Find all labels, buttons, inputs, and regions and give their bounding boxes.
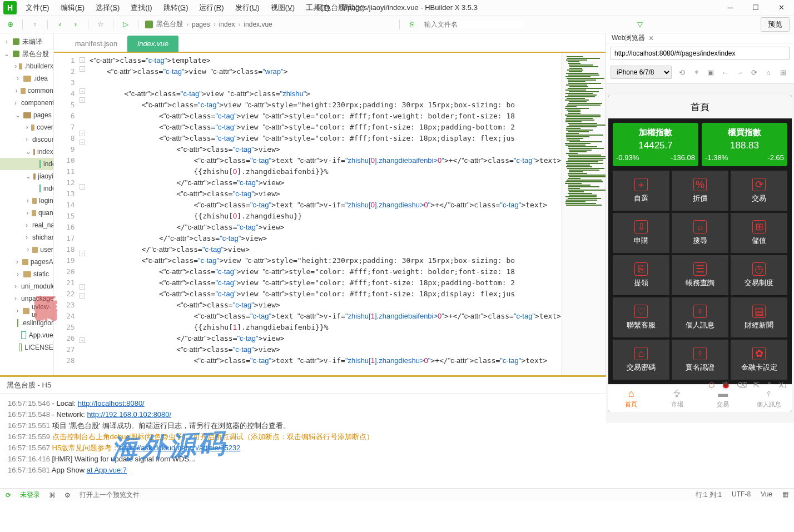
code-editor[interactable]: <"c-attr">class="c-tag">template> <"c-at… [86, 53, 561, 375]
menu-item[interactable]: 视图(V) [265, 1, 300, 15]
menu-item[interactable]: 跳转(G) [158, 1, 194, 15]
menu-item[interactable]: 编辑(E) [55, 1, 90, 15]
grid-item[interactable]: ♀實名認證 [672, 340, 728, 380]
close-console-icon[interactable]: X↓ [779, 381, 787, 389]
console-link[interactable]: at App.vue:7 [87, 466, 127, 474]
status-extra-icon[interactable]: ▦ [782, 490, 788, 500]
tree-item[interactable]: ›user [0, 243, 53, 256]
panel-icon[interactable]: ▣ [706, 68, 715, 77]
menu-item[interactable]: 选择(S) [90, 1, 125, 15]
tree-item[interactable]: .eslintignore [0, 317, 53, 329]
grid-icon[interactable]: ⊞ [778, 68, 787, 77]
breadcrumb-item[interactable]: index.vue [244, 21, 272, 28]
tree-item[interactable]: ⌄pages [0, 109, 53, 121]
file-search-input[interactable] [424, 21, 524, 28]
tree-item[interactable]: ⌄jiaoyi [0, 170, 53, 182]
tree-item[interactable]: ›real_name [0, 219, 53, 231]
bookmark-icon[interactable]: ☆ [95, 19, 106, 30]
tree-item[interactable]: ›pagesA [0, 256, 53, 268]
tree-item[interactable]: index.vue [0, 158, 53, 170]
console-tab-label[interactable]: 黑色台股 - H5 [7, 380, 51, 390]
tree-item[interactable]: ›components [0, 97, 53, 109]
project-explorer[interactable]: ›未编译⌄黑色台股›.hbuilderx›.idea›common›compon… [0, 33, 54, 375]
tree-item[interactable]: ›cover [0, 121, 53, 133]
minimap[interactable] [561, 53, 606, 375]
grid-item[interactable]: ＋自選 [613, 171, 669, 211]
run-icon[interactable]: ▷ [120, 19, 131, 30]
menu-item[interactable]: 发行(U) [230, 1, 265, 15]
forward-icon[interactable]: › [70, 19, 81, 30]
new-file-icon[interactable]: ⊕ [4, 19, 16, 30]
breadcrumb-item[interactable]: pages [192, 21, 210, 28]
tree-item[interactable]: ›quan [0, 207, 53, 219]
preview-button[interactable]: 预览 [761, 17, 790, 32]
tree-item[interactable]: ›.idea [0, 72, 53, 84]
tree-item[interactable]: ›common [0, 84, 53, 97]
grid-item[interactable]: ◷交易制度 [731, 255, 787, 295]
grid-item[interactable]: ▤財經新聞 [731, 297, 787, 337]
breadcrumb-item[interactable]: 黑色台股 [156, 19, 183, 29]
tree-item[interactable]: App.vue [0, 329, 53, 341]
sync-icon[interactable]: ⟳ [6, 491, 11, 499]
export-icon[interactable]: ⇱ [753, 381, 760, 389]
editor-tab[interactable]: index.vue [127, 36, 178, 52]
login-status[interactable]: 未登录 [20, 490, 40, 500]
collapse-icon[interactable]: ⌃ [766, 381, 772, 389]
tree-item[interactable]: ›login [0, 195, 53, 207]
tree-item[interactable]: ›shichang [0, 231, 53, 243]
clear-icon[interactable]: ⌫ [737, 381, 747, 389]
grid-item[interactable]: %折價 [672, 171, 728, 211]
search-file-icon[interactable]: ⎘ [406, 19, 418, 30]
menu-item[interactable]: 文件(F) [20, 1, 55, 15]
maximize-button[interactable]: ☐ [743, 0, 768, 16]
tree-item[interactable]: LICENSE [0, 341, 53, 354]
stop-icon[interactable]: ⬡ [708, 381, 714, 389]
grid-item[interactable]: ⌕搜尋 [672, 213, 728, 253]
reload-icon[interactable]: ⟳ [750, 68, 758, 77]
editor-tab[interactable]: manifest.json [65, 36, 128, 52]
rotate-icon[interactable]: ⟲ [677, 68, 686, 77]
tree-item[interactable]: ›uni_modules [0, 280, 53, 292]
grid-item[interactable]: ✿金融卡設定 [731, 340, 787, 380]
lock-icon[interactable]: ⌂ [764, 68, 773, 77]
index-card[interactable]: 櫃買指數188.83-1.38%-2.65 [702, 123, 787, 166]
menu-item[interactable]: 查找(I) [125, 1, 157, 15]
grid-item[interactable]: ⟳交易 [731, 171, 787, 211]
dev-icon[interactable]: ⌖ [692, 68, 701, 77]
minimize-button[interactable]: ─ [717, 0, 743, 16]
back-icon[interactable]: ‹ [54, 19, 66, 30]
save-icon[interactable]: ▫ [29, 19, 41, 30]
tree-item[interactable]: index.vue [0, 182, 53, 195]
bug-icon[interactable]: 🐞 [721, 381, 730, 389]
menu-item[interactable]: 运行(R) [193, 1, 229, 15]
grid-item[interactable]: ♀個人訊息 [672, 297, 728, 337]
device-select[interactable]: iPhone 6/7/8 [611, 66, 672, 79]
index-card[interactable]: 加權指數14425.7-0.93%-136.08 [613, 123, 698, 166]
close-tab-icon[interactable]: ✕ [648, 34, 654, 42]
tree-item[interactable]: ›未编译 [0, 36, 53, 48]
grid-item[interactable]: ♡聯繫客服 [613, 297, 669, 337]
breadcrumb-item[interactable]: index [219, 21, 235, 28]
tree-item[interactable]: ⌄黑色台股 [0, 48, 53, 60]
console-link[interactable]: http://localhost:8080/ [78, 399, 145, 407]
tree-item[interactable]: ⌄index [0, 146, 53, 158]
grid-item[interactable]: ⇩申購 [613, 213, 669, 253]
tree-item[interactable]: ›.hbuilderx [0, 60, 53, 72]
console-body[interactable]: 海外源码 16:57:15.546 - Local: http://localh… [0, 394, 794, 488]
filter-icon[interactable]: ▽ [637, 20, 643, 28]
tree-item[interactable]: ›discount_gupiao [0, 133, 53, 146]
grid-item[interactable]: ☰帳務查詢 [672, 255, 728, 295]
language-mode[interactable]: Vue [761, 490, 772, 500]
nav-back-icon[interactable]: ← [721, 68, 730, 77]
url-input[interactable] [611, 47, 790, 60]
tree-item[interactable]: ›uview-ui [0, 305, 53, 317]
terminal-icon[interactable]: ⌘ [49, 491, 56, 499]
settings-icon[interactable]: ⚙ [64, 491, 71, 499]
nav-fwd-icon[interactable]: → [735, 68, 744, 77]
grid-item[interactable]: ⎘提領 [613, 255, 669, 295]
tree-item[interactable]: ›static [0, 268, 53, 280]
grid-item[interactable]: ⊞儲值 [731, 213, 787, 253]
console-link[interactable]: https://ask.dcloud.net.cn/article/35232 [119, 444, 240, 452]
grid-item[interactable]: ⌂交易密碼 [613, 340, 669, 380]
close-button[interactable]: ✕ [768, 0, 794, 16]
